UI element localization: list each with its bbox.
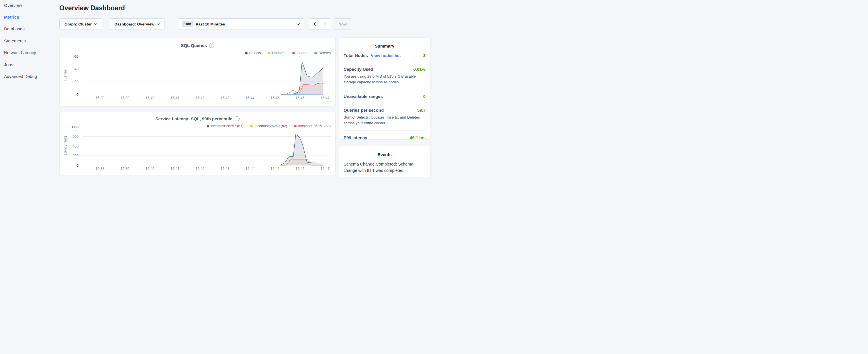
summary-row-queries-per-second: Queries per second 59.7 Sum of Selects, … (344, 103, 426, 130)
svg-text:16:43: 16:43 (220, 96, 229, 100)
events-title: Events (344, 151, 426, 157)
svg-text:16:45: 16:45 (271, 167, 279, 171)
svg-text:16:40: 16:40 (146, 167, 154, 171)
event-timestamp: May 13, 2020 at 4:45 PM (344, 176, 426, 177)
time-prev-button[interactable] (309, 19, 320, 30)
svg-text:400: 400 (72, 144, 79, 148)
now-button[interactable]: Now (334, 18, 351, 30)
event-item: Schema Change Completed: Schema change w… (344, 157, 426, 177)
svg-text:0: 0 (76, 163, 79, 167)
summary-description: Sum of Selects, Updates, Inserts, and De… (344, 115, 426, 126)
summary-row-p99-latency: P99 latency 46.1 ms (344, 131, 426, 144)
graph-dropdown-label: Graph: Cluster (64, 22, 92, 26)
svg-text:latency (ms): latency (ms) (63, 136, 67, 156)
svg-text:20: 20 (74, 80, 79, 84)
summary-label: Unavailable ranges (344, 94, 383, 99)
time-pager (309, 18, 331, 30)
time-window-dropdown[interactable]: 10m Past 10 Minutes (178, 18, 304, 30)
summary-value: 0.01% (413, 67, 426, 72)
svg-text:16:44: 16:44 (246, 167, 254, 171)
svg-text:16:43: 16:43 (220, 167, 229, 171)
svg-text:16:42: 16:42 (195, 167, 204, 171)
chevron-down-icon (94, 23, 97, 25)
time-window-label: Past 10 Minutes (196, 22, 225, 26)
sidebar-item-statements[interactable]: Statements (4, 38, 26, 44)
svg-text:16:46: 16:46 (296, 96, 304, 100)
dashboard-dropdown-label: Dashboard: Overview (115, 22, 154, 26)
chevron-right-icon (324, 22, 327, 26)
svg-text:16:39: 16:39 (120, 96, 129, 100)
svg-text:16:39: 16:39 (120, 167, 129, 171)
svg-text:0: 0 (76, 93, 79, 97)
graph-dropdown[interactable]: Graph: Cluster (59, 18, 102, 30)
sidebar-item-overview[interactable]: Overview (4, 3, 22, 8)
event-text: Schema Change Completed: Schema change w… (344, 161, 426, 174)
summary-label: Total Nodes (344, 53, 368, 58)
svg-text:16:45: 16:45 (271, 96, 279, 100)
events-panel: Events Schema Change Completed: Schema c… (339, 146, 430, 177)
summary-row-total-nodes: Total Nodes View nodes list 3 (344, 49, 426, 62)
svg-text:800: 800 (72, 125, 79, 129)
chevron-down-icon (297, 23, 300, 25)
summary-label: P99 latency (344, 135, 367, 140)
svg-text:60: 60 (74, 54, 79, 58)
toolbar-divider (174, 20, 174, 29)
service-latency-chart-card: Service Latency: SQL, 99th percentilei l… (59, 112, 336, 175)
svg-text:16:41: 16:41 (170, 167, 179, 171)
svg-text:queries: queries (63, 69, 67, 82)
sidebar-item-network-latency[interactable]: Network Latency (4, 50, 36, 56)
summary-panel: Summary Total Nodes View nodes list 3 Ca… (339, 37, 430, 139)
summary-value: 59.7 (417, 108, 426, 112)
view-nodes-list-link[interactable]: View nodes list (371, 53, 401, 58)
chevron-left-icon (313, 22, 316, 26)
svg-text:600: 600 (72, 135, 79, 139)
svg-text:40: 40 (74, 67, 79, 71)
summary-label: Capacity Used (344, 67, 373, 72)
svg-text:16:42: 16:42 (195, 96, 204, 100)
summary-title: Summary (344, 42, 426, 49)
time-next-button[interactable] (320, 19, 331, 30)
svg-text:16:46: 16:46 (296, 167, 304, 171)
sidebar-item-jobs[interactable]: Jobs (4, 62, 13, 68)
sidebar-item-databases[interactable]: Databases (4, 26, 25, 32)
svg-text:16:40: 16:40 (146, 96, 154, 100)
summary-row-unavailable-ranges: Unavailable ranges 0 (344, 89, 426, 103)
chevron-down-icon (157, 23, 160, 25)
summary-label: Queries per second (344, 108, 384, 112)
svg-text:16:47: 16:47 (321, 167, 330, 171)
summary-value: 0 (423, 94, 426, 99)
svg-text:16:44: 16:44 (246, 96, 254, 100)
svg-text:200: 200 (72, 154, 79, 158)
summary-description: You are using 28.6 MiB of 515.9 GiB usab… (344, 74, 426, 85)
page-title: Overview Dashboard (59, 4, 125, 12)
svg-text:16:38: 16:38 (95, 167, 104, 171)
overview-dashboard-page: Overview Metrics Databases Statements Ne… (0, 0, 434, 177)
svg-text:16:47: 16:47 (321, 96, 330, 100)
sql-queries-chart-card: SQL Queriesi SelectsUpdatesInsertsDelete… (59, 38, 336, 106)
sql-queries-plot: 16:3816:3916:4016:4116:4216:4316:4416:45… (60, 38, 336, 106)
summary-row-capacity-used: Capacity Used 0.01% You are using 28.6 M… (344, 62, 426, 89)
service-latency-plot: 16:3816:3916:4016:4116:4216:4316:4416:45… (60, 112, 336, 175)
sidebar: Overview Metrics Databases Statements Ne… (0, 0, 57, 177)
dashboard-dropdown[interactable]: Dashboard: Overview (110, 18, 164, 30)
sidebar-item-metrics[interactable]: Metrics (4, 14, 19, 20)
sidebar-item-advanced-debug[interactable]: Advanced Debug (4, 74, 37, 79)
time-window-badge: 10m (182, 21, 193, 27)
svg-text:16:38: 16:38 (95, 96, 104, 100)
summary-value: 3 (423, 53, 426, 58)
svg-text:16:41: 16:41 (170, 96, 179, 100)
summary-value: 46.1 ms (410, 135, 426, 140)
